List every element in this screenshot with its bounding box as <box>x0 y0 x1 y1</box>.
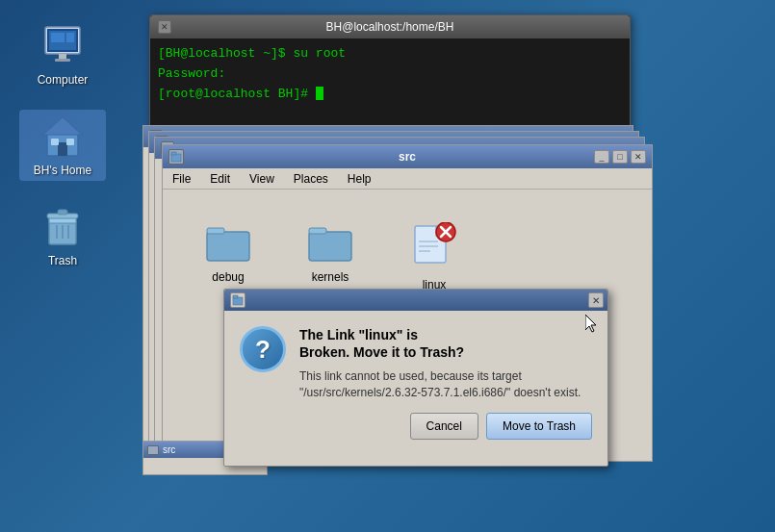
dialog-close-button[interactable]: ✕ <box>588 292 604 308</box>
bhs-home-icon-label: BH's Home <box>34 164 91 177</box>
fm-minimize-button[interactable]: _ <box>594 150 609 164</box>
fm-menu-view[interactable]: View <box>245 170 278 188</box>
dialog-icon-area: ? <box>240 326 286 401</box>
svg-rect-20 <box>171 152 176 155</box>
fm-file-debug[interactable]: debug <box>201 218 255 288</box>
bhs-home-desktop-icon[interactable]: BH's Home <box>19 110 106 181</box>
svg-rect-22 <box>207 228 224 234</box>
fm-main-titlebar: src _ □ ✕ <box>163 145 652 168</box>
svg-rect-23 <box>309 232 351 261</box>
fm-close-button[interactable]: ✕ <box>631 150 646 164</box>
fm-menu-edit[interactable]: Edit <box>206 170 234 188</box>
dialog-body-text: This link cannot be used, because its ta… <box>299 368 592 401</box>
trash-desktop-icon[interactable]: Trash <box>19 200 106 271</box>
computer-desktop-icon[interactable]: Computer <box>19 19 106 90</box>
svg-rect-24 <box>309 228 326 234</box>
trash-icon <box>39 204 86 250</box>
fm-menu-help[interactable]: Help <box>344 170 375 188</box>
terminal-title: BH@localhost:/home/BH <box>326 20 454 34</box>
terminal-cursor <box>316 87 323 100</box>
desktop-icon-area: Computer BH's Home <box>0 0 125 532</box>
svg-rect-9 <box>58 142 67 156</box>
trash-icon-label: Trash <box>48 254 77 267</box>
svg-rect-21 <box>207 232 249 261</box>
computer-icon-label: Computer <box>38 73 89 87</box>
dialog-heading: The Link "linux" isBroken. Move it to Tr… <box>299 326 592 361</box>
desktop: Computer BH's Home <box>0 0 775 532</box>
move-to-trash-button[interactable]: Move to Trash <box>486 413 592 440</box>
fm-main-icon <box>168 149 184 165</box>
debug-folder-label: debug <box>212 270 244 284</box>
svg-rect-5 <box>51 33 65 42</box>
svg-rect-6 <box>66 33 74 42</box>
terminal-content: [BH@localhost ~]$ su root Password: [roo… <box>150 38 630 110</box>
fm-menubar: File Edit View Places Help <box>163 168 652 190</box>
debug-folder-icon <box>205 222 251 265</box>
terminal-line-2: Password: <box>158 64 622 85</box>
terminal-line-3: [root@localhost BH]# <box>158 85 622 105</box>
terminal-close-button[interactable]: ✕ <box>158 20 171 34</box>
kernels-folder-icon <box>307 222 353 265</box>
fm-file-linux[interactable]: linux <box>405 218 463 295</box>
svg-marker-8 <box>43 117 82 135</box>
fm-main-controls: _ □ ✕ <box>594 150 646 164</box>
fm-small-title: src <box>163 444 175 455</box>
broken-link-dialog: ✕ ? The Link "linux" isBroken. Move it t… <box>223 289 608 467</box>
dialog-body: ? The Link "linux" isBroken. Move it to … <box>224 311 607 413</box>
svg-rect-3 <box>55 59 70 62</box>
fm-small-icon <box>147 445 159 455</box>
cancel-button[interactable]: Cancel <box>410 413 478 440</box>
terminal-titlebar: ✕ BH@localhost:/home/BH <box>150 15 630 38</box>
question-icon: ? <box>240 326 286 372</box>
fm-main-title: src <box>399 150 416 164</box>
fm-menu-places[interactable]: Places <box>290 170 332 188</box>
home-icon <box>39 114 86 160</box>
svg-rect-11 <box>66 139 74 145</box>
dialog-buttons: Cancel Move to Trash <box>224 413 607 453</box>
fm-menu-file[interactable]: File <box>168 170 194 188</box>
linux-broken-link-icon <box>409 222 459 272</box>
computer-icon <box>39 23 86 69</box>
dialog-title-icon <box>230 292 245 308</box>
dialog-titlebar: ✕ <box>224 290 607 311</box>
dialog-text-area: The Link "linux" isBroken. Move it to Tr… <box>299 326 592 401</box>
svg-rect-34 <box>233 295 238 298</box>
fm-maximize-button[interactable]: □ <box>612 150 628 164</box>
svg-rect-15 <box>58 210 67 215</box>
svg-rect-2 <box>59 54 66 59</box>
fm-file-kernels[interactable]: kernels <box>303 218 357 288</box>
kernels-folder-label: kernels <box>312 270 349 284</box>
svg-rect-10 <box>51 139 59 145</box>
terminal-line-1: [BH@localhost ~]$ su root <box>158 44 622 64</box>
